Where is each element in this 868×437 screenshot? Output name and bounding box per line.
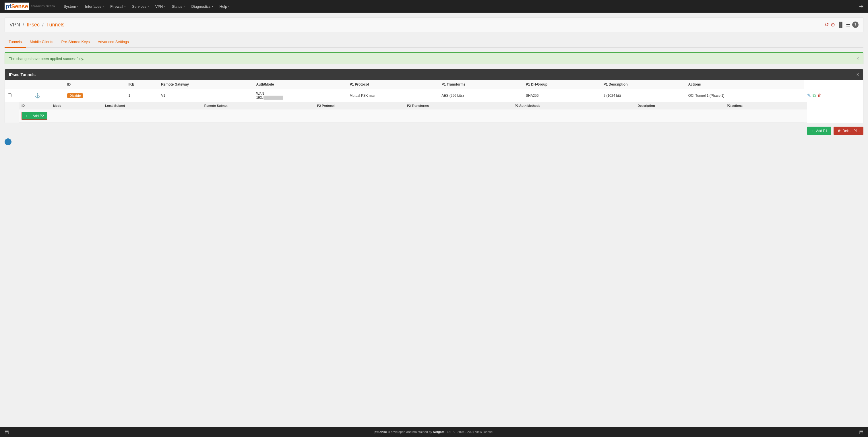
- tab-tunnels[interactable]: Tunnels: [5, 37, 26, 48]
- logo-pf-text: pf: [6, 3, 11, 9]
- nav-status-arrow: ▾: [183, 5, 185, 8]
- delete-p1s-button[interactable]: 🗑 Delete P1s: [834, 127, 863, 135]
- status-badge[interactable]: Disable: [67, 93, 83, 98]
- delete-p1s-label: Delete P1s: [842, 129, 859, 133]
- row-actions-cell: ✎ ⧉ 🗑: [804, 89, 863, 102]
- nav-help-arrow: ▾: [228, 5, 229, 8]
- tab-pre-shared-keys[interactable]: Pre-Shared Keys: [57, 37, 94, 48]
- row-p1-description-cell: OCI Tunnel 1 (Phase 1): [685, 89, 805, 102]
- nav-vpn-arrow: ▾: [164, 5, 166, 8]
- navbar: pfSense COMMUNITY EDITION System ▾ Inter…: [0, 0, 868, 12]
- p2-col-local-subnet: Local Subnet: [103, 102, 202, 110]
- nav-interfaces[interactable]: Interfaces ▾: [82, 3, 107, 10]
- p2-col-p2-protocol: P2 Protocol: [315, 102, 404, 110]
- add-p2-button[interactable]: ＋ + Add P2: [22, 112, 48, 120]
- footer-left-icon[interactable]: ⬒: [5, 429, 9, 435]
- anchor-icon[interactable]: ⚓: [35, 93, 40, 98]
- tab-advanced-settings[interactable]: Advanced Settings: [94, 37, 133, 48]
- nav-vpn[interactable]: VPN ▾: [152, 3, 168, 10]
- nav-system[interactable]: System ▾: [61, 3, 82, 10]
- add-p1-label: Add P1: [816, 129, 827, 133]
- col-p1-description: P1 Description: [600, 80, 685, 89]
- nav-system-arrow: ▾: [77, 5, 79, 8]
- success-alert: The changes have been applied successful…: [5, 52, 863, 64]
- footer-license-link[interactable]: View license.: [475, 430, 493, 434]
- p2-add-row: ＋ + Add P2: [19, 110, 807, 123]
- p2-table: ID Mode Local Subnet Remote Subnet P2 Pr…: [19, 102, 807, 123]
- nav-services-arrow: ▾: [148, 5, 149, 8]
- footer-maintainer: Netgate: [433, 430, 444, 434]
- breadcrumb-ipsec[interactable]: IPsec: [27, 22, 40, 28]
- edition-label: COMMUNITY EDITION: [31, 5, 55, 7]
- tab-mobile-clients[interactable]: Mobile Clients: [26, 37, 57, 48]
- row-remote-gateway-cell: WAN193.•••••••: [253, 89, 347, 102]
- alert-close-button[interactable]: ×: [857, 56, 859, 61]
- p2-col-id: ID: [19, 102, 51, 110]
- edit-icon[interactable]: ✎: [807, 93, 811, 98]
- p2-col-actions: P2 actions: [724, 102, 807, 110]
- p2-col-mode: Mode: [51, 102, 103, 110]
- add-p2-plus-icon: ＋: [25, 114, 28, 118]
- delete-p1s-icon: 🗑: [838, 129, 841, 133]
- tunnels-table: ID IKE Remote Gateway Auth/Mode P1 Proto…: [5, 80, 863, 123]
- navbar-logout-icon[interactable]: ⇥: [859, 3, 863, 9]
- logo-sense-text: Sense: [11, 3, 28, 9]
- row-checkbox[interactable]: [8, 93, 11, 97]
- nav-diagnostics-arrow: ▾: [212, 5, 213, 8]
- add-p1-plus-icon: ＋: [811, 128, 815, 133]
- row-auth-mode-cell: Mutual PSK main: [347, 89, 439, 102]
- nav-help[interactable]: Help ▾: [217, 3, 233, 10]
- reload-icon[interactable]: ↺: [825, 22, 829, 28]
- table-header: IPsec Tunnels ×: [5, 69, 863, 80]
- footer-copyright: . © ESF 2004 - 2024: [445, 430, 475, 434]
- footer-right-icon[interactable]: ⬒: [859, 429, 863, 435]
- nav-status[interactable]: Status ▾: [169, 3, 188, 10]
- col-p1-protocol: P1 Protocol: [347, 80, 439, 89]
- breadcrumb-tunnels[interactable]: Tunnels: [46, 22, 64, 28]
- copy-icon[interactable]: ⧉: [813, 93, 816, 98]
- breadcrumb-vpn: VPN: [9, 22, 20, 28]
- row-remote-gateway: WAN193.•••••••: [256, 92, 283, 100]
- row-ike-cell: V1: [158, 89, 253, 102]
- row-auth-mode: Mutual PSK main: [350, 94, 376, 98]
- p2-col-p2-transforms: P2 Transforms: [405, 102, 513, 110]
- action-icons: ✎ ⧉ 🗑: [807, 93, 860, 98]
- nav-firewall[interactable]: Firewall ▾: [107, 3, 129, 10]
- add-p2-label: + Add P2: [30, 114, 44, 118]
- delete-icon[interactable]: 🗑: [817, 93, 822, 98]
- main-content: VPN / IPsec / Tunnels ↺ ⊙ ▐▌ ☰ ? Tunnels…: [0, 12, 868, 427]
- info-icon[interactable]: i: [5, 138, 11, 145]
- footer-brand: pfSense: [375, 430, 387, 434]
- brand-logo[interactable]: pfSense COMMUNITY EDITION: [5, 3, 55, 10]
- col-remote-gateway: Remote Gateway: [158, 80, 253, 89]
- add-p1-button[interactable]: ＋ Add P1: [807, 127, 831, 135]
- row-p1-transforms: SHA256: [526, 94, 539, 98]
- nav-firewall-arrow: ▾: [124, 5, 126, 8]
- row-p1-protocol-cell: AES (256 bits): [439, 89, 523, 102]
- p2-header-row: ID Mode Local Subnet Remote Subnet P2 Pr…: [19, 102, 807, 110]
- list-icon[interactable]: ☰: [846, 22, 850, 28]
- inner-table-row: ID Mode Local Subnet Remote Subnet P2 Pr…: [5, 102, 863, 123]
- chart-icon[interactable]: ▐▌: [837, 22, 844, 28]
- row-id-cell: 1: [126, 89, 158, 102]
- row-checkbox-cell: [5, 89, 32, 102]
- table-header-close[interactable]: ×: [857, 72, 859, 77]
- row-status-cell: Disable: [64, 89, 125, 102]
- row-p1-dh-group-cell: 2 (1024 bit): [600, 89, 685, 102]
- stop-icon[interactable]: ⊙: [831, 22, 835, 28]
- nav-services[interactable]: Services ▾: [129, 3, 152, 10]
- row-p1-protocol: AES (256 bits): [441, 94, 464, 98]
- nav-diagnostics[interactable]: Diagnostics ▾: [188, 3, 216, 10]
- table-title: IPsec Tunnels: [9, 72, 36, 77]
- breadcrumb: VPN / IPsec / Tunnels: [9, 22, 64, 28]
- footer: ⬒ pfSense is developed and maintained by…: [0, 427, 868, 437]
- p2-col-p2-auth: P2 Auth Methods: [513, 102, 635, 110]
- row-p1-dh-group: 2 (1024 bit): [603, 94, 621, 98]
- help-icon[interactable]: ?: [852, 22, 859, 28]
- page-header: VPN / IPsec / Tunnels ↺ ⊙ ▐▌ ☰ ?: [5, 17, 863, 32]
- p2-col-remote-subnet: Remote Subnet: [202, 102, 315, 110]
- alert-message: The changes have been applied successful…: [9, 57, 84, 61]
- col-p1-transforms: P1 Transforms: [439, 80, 523, 89]
- nav-interfaces-arrow: ▾: [102, 5, 104, 8]
- row-id: 1: [129, 94, 131, 98]
